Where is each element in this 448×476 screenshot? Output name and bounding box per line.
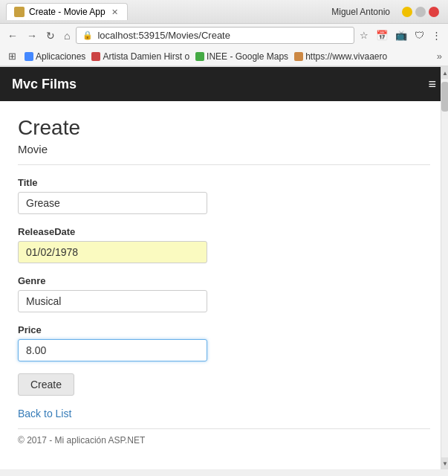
scroll-up-arrow[interactable]: ▲ <box>441 67 448 79</box>
app-wrapper: Mvc Films ≡ Create Movie Title ReleaseDa… <box>0 67 448 469</box>
minimize-button[interactable]: – <box>402 7 412 17</box>
bookmark-aplicaciones[interactable]: Aplicaciones <box>25 51 85 62</box>
window-user-label: Miguel Antonio <box>331 7 390 17</box>
date-label: ReleaseDate <box>18 226 430 237</box>
bookmark-icon[interactable]: ☆ <box>357 28 371 42</box>
scrollbar-thumb[interactable] <box>441 82 448 112</box>
window-controls: – □ ✕ <box>402 7 439 17</box>
bookmark-favicon <box>25 52 33 61</box>
tab-title: Create - Movie App <box>29 7 105 17</box>
price-form-group: Price <box>18 324 430 361</box>
title-form-group: Title <box>18 177 430 214</box>
address-bar[interactable]: 🔒 localhost:53915/Movies/Create <box>76 27 354 44</box>
tab-favicon <box>14 7 25 17</box>
url-text: localhost:53915/Movies/Create <box>97 30 230 41</box>
bookmark-artista[interactable]: Artista Damien Hirst o <box>91 51 189 62</box>
forward-button[interactable]: → <box>24 28 40 43</box>
tab-close-btn[interactable]: ✕ <box>110 7 120 17</box>
price-label: Price <box>18 324 430 335</box>
bookmark-inee[interactable]: INEE - Google Maps <box>195 51 288 62</box>
scroll-down-arrow[interactable]: ▼ <box>441 457 448 469</box>
create-button[interactable]: Create <box>18 373 74 396</box>
date-input[interactable] <box>18 241 207 263</box>
bookmark-label: https://www.vivaaero <box>305 51 387 62</box>
shield-icon[interactable]: 🛡 <box>412 28 426 42</box>
bookmark-favicon <box>294 52 303 61</box>
window-titlebar: Create - Movie App ✕ Miguel Antonio – □ … <box>0 0 448 24</box>
restore-button[interactable]: □ <box>415 7 426 17</box>
nav-icons: ☆ 📅 📺 🛡 ⋮ <box>357 28 444 42</box>
close-button[interactable]: ✕ <box>429 7 439 17</box>
page-title: Create <box>18 116 430 140</box>
menu-icon[interactable]: ⋮ <box>429 28 444 42</box>
page-subtitle: Movie <box>18 143 430 155</box>
footer-text: © 2017 - Mi aplicación ASP.NET <box>18 428 430 446</box>
bookmarks-more-btn[interactable]: » <box>437 51 442 62</box>
divider <box>18 164 430 165</box>
refresh-button[interactable]: ↻ <box>43 28 58 43</box>
calendar-icon[interactable]: 📅 <box>374 28 390 42</box>
bookmark-favicon <box>91 52 100 61</box>
bookmark-label: Aplicaciones <box>36 51 85 62</box>
bookmark-label: Artista Damien Hirst o <box>103 51 189 62</box>
back-to-list-link[interactable]: Back to List <box>18 408 430 419</box>
title-input[interactable] <box>18 192 207 214</box>
app-brand: Mvc Films <box>12 77 77 92</box>
hamburger-icon[interactable]: ≡ <box>428 77 436 92</box>
lock-icon: 🔒 <box>82 30 93 40</box>
nav-bar: ← → ↻ ⌂ 🔒 localhost:53915/Movies/Create … <box>0 24 448 47</box>
back-button[interactable]: ← <box>4 28 21 43</box>
scrollbar-track: ▲ ▼ <box>441 67 448 469</box>
apps-grid-icon[interactable]: ⊞ <box>6 49 19 63</box>
browser-tab[interactable]: Create - Movie App ✕ <box>6 3 128 20</box>
date-form-group: ReleaseDate <box>18 226 430 263</box>
genre-label: Genre <box>18 275 430 286</box>
genre-form-group: Genre <box>18 275 430 312</box>
genre-input[interactable] <box>18 290 207 312</box>
cast-icon[interactable]: 📺 <box>393 28 409 42</box>
app-navbar: Mvc Films ≡ <box>0 67 448 101</box>
browser-toolbar: ← → ↻ ⌂ 🔒 localhost:53915/Movies/Create … <box>0 24 448 67</box>
bookmarks-bar: ⊞ Aplicaciones Artista Damien Hirst o IN… <box>0 47 448 66</box>
bookmark-favicon <box>195 52 204 61</box>
app-container: Mvc Films ≡ Create Movie Title ReleaseDa… <box>0 67 448 469</box>
home-button[interactable]: ⌂ <box>61 28 73 43</box>
bookmark-viva[interactable]: https://www.vivaaero <box>294 51 387 62</box>
bookmark-label: INEE - Google Maps <box>207 51 288 62</box>
title-label: Title <box>18 177 430 188</box>
price-input[interactable] <box>18 339 207 361</box>
page-content: Create Movie Title ReleaseDate Genre Pri… <box>0 101 448 469</box>
